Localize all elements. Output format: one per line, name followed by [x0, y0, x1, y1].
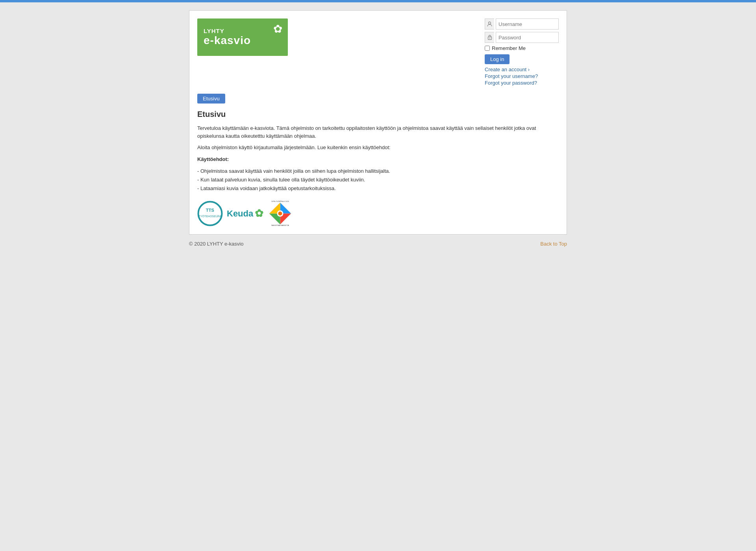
header: LYHTY e-kasvio ✿ [197, 18, 559, 86]
logo-box: LYHTY e-kasvio ✿ [197, 18, 288, 56]
content-area: Etusivu Tervetuloa käyttämään e-kasviota… [197, 110, 559, 226]
main-container: LYHTY e-kasvio ✿ [189, 10, 567, 235]
tts-logo: TTS TYÖTEHOSEURA [197, 201, 223, 226]
kayttoehdot-list: - Ohjelmistoa saavat käyttää vain henkil… [197, 167, 559, 193]
create-account-arrow: › [528, 67, 530, 72]
kayttoehdot-title: Käyttöehdot: [197, 155, 559, 163]
nav-bar: Etusivu [197, 94, 559, 104]
oph-logo: OPETUSHALLITUS RAHOITTAA HANKETTA [267, 201, 293, 226]
login-area: Remember Me Log in Create an account › F… [485, 18, 559, 86]
login-links: Create an account › Forgot your username… [485, 67, 538, 86]
outer-wrapper: LYHTY e-kasvio ✿ [189, 2, 567, 263]
svg-text:RAHOITTAA HANKETTA: RAHOITTAA HANKETTA [271, 224, 289, 226]
password-row [485, 32, 559, 43]
create-account-link[interactable]: Create an account › [485, 67, 538, 72]
remember-me-row: Remember Me [485, 45, 526, 51]
keuda-snowflake-icon: ✿ [255, 207, 263, 220]
login-button[interactable]: Log in [485, 54, 510, 64]
copyright: © 2020 LYHTY e-kasvio [189, 241, 243, 247]
keuda-logo: Keuda ✿ [227, 207, 263, 220]
forgot-password-link[interactable]: Forgot your password? [485, 80, 538, 86]
rule-2: - Kun lataat palveluun kuvia, sinulla tu… [197, 176, 559, 184]
svg-point-2 [489, 38, 490, 39]
rule-3: - Lataamiasi kuvia voidaan jatkokäyttää … [197, 184, 559, 193]
svg-point-3 [198, 202, 222, 226]
svg-text:TTS: TTS [206, 208, 214, 213]
svg-text:OPETUSHALLITUS: OPETUSHALLITUS [272, 201, 289, 202]
partner-logos: TTS TYÖTEHOSEURA Keuda ✿ [197, 201, 559, 226]
svg-text:TYÖTEHOSEURA: TYÖTEHOSEURA [199, 215, 222, 218]
page-title: Etusivu [197, 110, 559, 119]
rule-1: - Ohjelmistoa saavat käyttää vain henkil… [197, 167, 559, 176]
logo-area: LYHTY e-kasvio ✿ [197, 18, 288, 56]
logo-subtitle: e-kasvio [204, 34, 251, 47]
intro-paragraph-1: Tervetuloa käyttämään e-kasviota. Tämä o… [197, 124, 559, 140]
keuda-text: Keuda [227, 209, 253, 219]
user-icon [485, 18, 494, 30]
logo-title: LYHTY [204, 28, 224, 34]
forgot-username-link[interactable]: Forgot your username? [485, 73, 538, 79]
password-input[interactable] [496, 32, 559, 43]
back-to-top-link[interactable]: Back to Top [540, 241, 567, 247]
footer: © 2020 LYHTY e-kasvio Back to Top [189, 235, 567, 247]
username-input[interactable] [496, 18, 559, 30]
intro-paragraph-2: Aloita ohjelmiston käyttö kirjautumalla … [197, 144, 559, 152]
remember-me-checkbox[interactable] [485, 46, 490, 51]
etusivu-button[interactable]: Etusivu [197, 94, 225, 104]
username-row [485, 18, 559, 30]
svg-point-0 [489, 22, 491, 24]
svg-point-12 [278, 212, 282, 216]
logo-snowflake-icon: ✿ [273, 22, 282, 35]
lock-icon [485, 32, 494, 43]
create-account-label: Create an account [485, 67, 526, 72]
remember-me-label: Remember Me [492, 45, 526, 51]
